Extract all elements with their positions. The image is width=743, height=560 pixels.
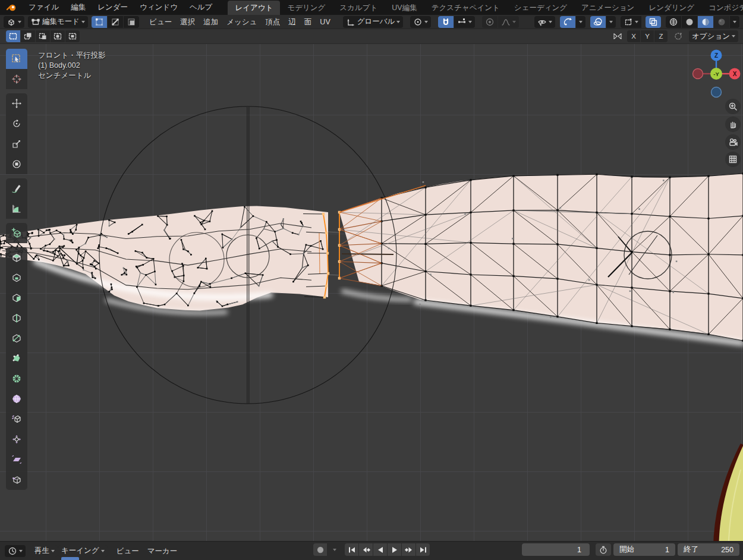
timeline-view-menu[interactable]: ビュー bbox=[112, 544, 143, 558]
tool-transform[interactable] bbox=[6, 154, 27, 174]
shading-material-button[interactable] bbox=[698, 16, 713, 28]
tool-measure[interactable] bbox=[6, 199, 27, 219]
timeline-editor-selector[interactable] bbox=[5, 545, 26, 557]
face-select-mode-button[interactable] bbox=[124, 16, 139, 28]
menu-edit[interactable]: 編集 bbox=[65, 0, 92, 15]
tool-cursor[interactable] bbox=[6, 69, 27, 89]
use-preview-range-button[interactable] bbox=[596, 543, 611, 556]
transform-orientation-selector[interactable]: グローバル bbox=[343, 16, 404, 28]
tab-texture-paint[interactable]: テクスチャペイント bbox=[424, 1, 507, 15]
tab-sculpting[interactable]: スカルプト bbox=[332, 1, 385, 15]
tool-knife[interactable] bbox=[6, 328, 27, 348]
tool-inset-faces[interactable] bbox=[6, 268, 27, 288]
edge-select-mode-button[interactable] bbox=[108, 16, 123, 28]
menu-vertex[interactable]: 頂点 bbox=[261, 15, 284, 29]
frame-start-field[interactable]: 開始 1 bbox=[613, 543, 675, 556]
tool-edge-slide[interactable] bbox=[6, 409, 27, 429]
menu-file[interactable]: ファイル bbox=[23, 0, 65, 15]
menu-face[interactable]: 面 bbox=[300, 15, 316, 29]
navigation-gizmo[interactable]: Z X -Y bbox=[691, 49, 741, 100]
pivot-point-selector[interactable] bbox=[410, 16, 431, 28]
mesh-edit-overlay-selector[interactable] bbox=[621, 16, 641, 28]
tool-move[interactable] bbox=[6, 93, 27, 114]
editor-type-selector[interactable] bbox=[4, 16, 24, 28]
select-subtract-button[interactable] bbox=[36, 30, 50, 42]
menu-window[interactable]: ウィンドウ bbox=[134, 0, 184, 15]
tab-uv-editing[interactable]: UV編集 bbox=[385, 1, 424, 15]
menu-select[interactable]: 選択 bbox=[176, 15, 199, 29]
tool-shrink-fatten[interactable] bbox=[6, 429, 27, 449]
tool-add-cube[interactable] bbox=[6, 223, 27, 243]
tool-rotate[interactable] bbox=[6, 114, 27, 134]
play-button[interactable] bbox=[388, 543, 401, 556]
mode-selector[interactable]: 編集モード bbox=[28, 16, 88, 28]
auto-keying-button[interactable] bbox=[313, 543, 327, 556]
menu-mesh[interactable]: メッシュ bbox=[222, 15, 261, 29]
current-frame-field[interactable]: 1 bbox=[522, 543, 590, 556]
select-set-button[interactable] bbox=[6, 30, 20, 42]
snap-base-icon[interactable] bbox=[673, 32, 683, 41]
zoom-button[interactable] bbox=[725, 99, 741, 114]
shading-rendered-button[interactable] bbox=[714, 16, 729, 28]
menu-view[interactable]: ビュー bbox=[145, 15, 176, 29]
previous-keyframe-button[interactable] bbox=[359, 543, 373, 556]
select-invert-button[interactable] bbox=[51, 30, 65, 42]
proportional-falloff-selector[interactable] bbox=[498, 16, 519, 28]
menu-uv[interactable]: UV bbox=[316, 15, 334, 29]
tool-shear[interactable] bbox=[6, 449, 27, 470]
menu-add[interactable]: 追加 bbox=[199, 15, 222, 29]
tab-layout[interactable]: レイアウト bbox=[228, 1, 280, 15]
tab-modeling[interactable]: モデリング bbox=[280, 1, 332, 15]
mirror-x-button[interactable]: X bbox=[627, 30, 640, 42]
3d-viewport-canvas[interactable] bbox=[0, 44, 743, 542]
tool-select-box[interactable] bbox=[6, 49, 27, 69]
tool-options-dropdown[interactable]: オプション bbox=[689, 30, 738, 42]
shading-wireframe-button[interactable] bbox=[666, 16, 681, 28]
overlays-options[interactable] bbox=[606, 16, 616, 28]
ortho-perspective-toggle[interactable] bbox=[725, 152, 741, 167]
tab-compositing[interactable]: コンポジティング bbox=[701, 1, 743, 15]
show-overlays-toggle[interactable] bbox=[590, 16, 606, 28]
auto-keying-options[interactable] bbox=[328, 543, 341, 556]
vertex-select-mode-button[interactable] bbox=[92, 16, 107, 28]
xray-toggle[interactable] bbox=[646, 16, 661, 28]
tool-rip-region[interactable] bbox=[6, 470, 27, 490]
tool-poly-build[interactable] bbox=[6, 348, 27, 369]
jump-to-start-button[interactable] bbox=[345, 543, 358, 556]
current-frame-indicator[interactable] bbox=[61, 557, 79, 560]
tab-animation[interactable]: アニメーション bbox=[574, 1, 641, 15]
frame-end-field[interactable]: 終了 250 bbox=[678, 543, 739, 556]
jump-to-end-button[interactable] bbox=[416, 543, 430, 556]
camera-view-button[interactable] bbox=[725, 134, 741, 150]
gizmo-options[interactable] bbox=[576, 16, 585, 28]
mirror-y-button[interactable]: Y bbox=[641, 30, 654, 42]
blender-logo-icon[interactable] bbox=[5, 2, 18, 13]
proportional-editing-toggle[interactable] bbox=[482, 16, 498, 28]
tool-extrude-region[interactable] bbox=[6, 247, 27, 268]
select-extend-button[interactable] bbox=[21, 30, 35, 42]
menu-edge[interactable]: 辺 bbox=[284, 15, 300, 29]
snap-toggle[interactable] bbox=[438, 16, 454, 28]
object-type-visibility[interactable] bbox=[534, 16, 555, 28]
tool-bevel[interactable] bbox=[6, 288, 27, 308]
keying-menu[interactable]: キーイング bbox=[58, 545, 108, 557]
show-gizmo-toggle[interactable] bbox=[560, 16, 575, 28]
next-keyframe-button[interactable] bbox=[402, 543, 415, 556]
play-reverse-button[interactable] bbox=[373, 543, 387, 556]
menu-render[interactable]: レンダー bbox=[92, 0, 134, 15]
shading-options[interactable] bbox=[730, 16, 739, 28]
tool-smooth[interactable] bbox=[6, 389, 27, 409]
tool-annotate[interactable] bbox=[6, 178, 27, 199]
snap-target-selector[interactable] bbox=[454, 16, 475, 28]
select-intersect-button[interactable] bbox=[65, 30, 80, 42]
tool-scale[interactable] bbox=[6, 134, 27, 154]
playback-menu[interactable]: 再生 bbox=[32, 545, 58, 557]
mirror-z-button[interactable]: Z bbox=[654, 30, 668, 42]
tab-shading[interactable]: シェーディング bbox=[507, 1, 574, 15]
timeline-marker-menu[interactable]: マーカー bbox=[143, 544, 182, 558]
tab-rendering[interactable]: レンダリング bbox=[641, 1, 701, 15]
menu-help[interactable]: ヘルプ bbox=[184, 0, 218, 15]
pan-hand-button[interactable] bbox=[725, 117, 741, 132]
tool-spin[interactable] bbox=[6, 369, 27, 389]
shading-solid-button[interactable] bbox=[682, 16, 697, 28]
